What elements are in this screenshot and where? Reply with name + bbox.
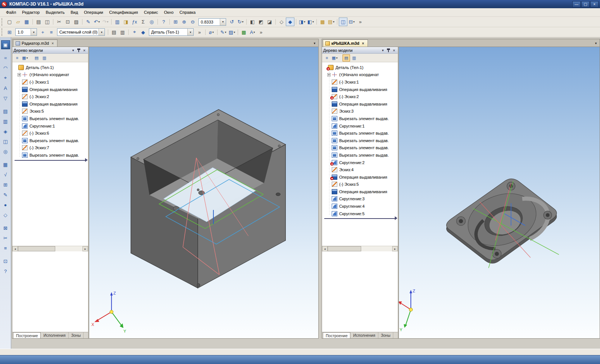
scroll-left-icon[interactable] [12, 246, 18, 251]
maximize-button[interactable]: ▢ [581, 1, 590, 7]
filters-button[interactable]: ▽ [1, 94, 10, 103]
3d-scene-cover[interactable]: Z X Y [399, 47, 600, 338]
scroll-left-icon[interactable] [322, 246, 328, 251]
tree-item[interactable]: (-) Эскиз:6 [14, 129, 88, 137]
combo-dropdown-icon[interactable] [187, 29, 193, 35]
display-shaded-button[interactable]: ◆ [286, 18, 294, 26]
close-button[interactable]: × [590, 1, 599, 7]
combo-dropdown-icon[interactable] [31, 29, 37, 35]
tree-filter-button[interactable]: ▦ [331, 54, 338, 62]
grid-button[interactable]: ⊞ [5, 28, 14, 37]
tree-item[interactable]: (-) Эскиз:2 [324, 93, 398, 100]
display-wireframe-button[interactable]: ◇ [277, 18, 286, 26]
doc-tab-cover[interactable]: кРЫШКА.m3d [323, 40, 368, 47]
toolbar-options-button[interactable]: » [356, 18, 365, 26]
tree-expander[interactable] [327, 73, 331, 76]
lock-button[interactable]: ⊠ [1, 223, 10, 232]
hatch-button[interactable]: ▨ [228, 28, 236, 37]
orientation-top-button[interactable]: ◪ [265, 18, 274, 26]
model-info-button[interactable]: ▤ [343, 54, 350, 62]
zoom-out-button[interactable]: ⊖ [188, 18, 197, 26]
mass-properties-button[interactable]: ⊟ [347, 18, 356, 26]
part-combo[interactable]: Деталь (Тел-1) [149, 28, 194, 36]
macro-button[interactable]: ≡ [1, 244, 10, 252]
scroll-thumb[interactable] [328, 246, 361, 251]
tree-item[interactable]: Скругление:1 [324, 122, 398, 130]
tree-filter-button[interactable]: ▦ [21, 54, 29, 62]
menu-item[interactable]: Операции [81, 9, 106, 16]
local-cs-button[interactable]: ⌖ [130, 28, 139, 37]
menu-item[interactable]: Сервис [141, 9, 161, 16]
functions-button[interactable]: ƒx [130, 18, 139, 26]
tree-item[interactable]: Операция выдавливания [324, 188, 398, 195]
scroll-track[interactable] [18, 246, 82, 251]
model-info-button[interactable]: ▤ [33, 54, 40, 62]
copy-button[interactable]: ⊡ [63, 18, 72, 26]
menu-item[interactable]: Справка [176, 9, 199, 16]
tree-item[interactable]: (-) Эскиз:1 [324, 78, 398, 86]
zoom-combo[interactable]: 0.8333 [199, 18, 226, 26]
tab-close-icon[interactable] [50, 41, 55, 46]
panel-tab[interactable]: Зоны [69, 332, 84, 338]
toolbar-grip[interactable] [1, 18, 4, 26]
panel-close-button[interactable] [391, 48, 397, 53]
tree-item[interactable]: Скругление:4 [324, 203, 398, 210]
refresh-view-button[interactable]: ↺ [228, 18, 236, 26]
spatial-curves-button[interactable]: ≈ [1, 53, 10, 62]
menu-item[interactable]: Окно [161, 9, 176, 16]
tree-item[interactable]: (т)Начало координат [14, 71, 88, 79]
combo-dropdown-icon[interactable] [99, 29, 104, 35]
open-document-button[interactable]: ▱ [14, 18, 22, 26]
find-button[interactable]: ◎ [147, 18, 156, 26]
context-help-button[interactable]: ? [159, 18, 168, 26]
tree-item[interactable]: Деталь (Тел-1) [324, 64, 398, 71]
typical-models-button[interactable]: ◨ [122, 18, 130, 26]
viewport-cover[interactable]: Z X Y [399, 47, 600, 338]
minimize-button[interactable]: — [572, 1, 581, 7]
verify-button[interactable]: √ [1, 170, 10, 179]
scissors-button[interactable]: ✂ [1, 233, 10, 242]
menu-item[interactable]: Редактор [19, 9, 43, 16]
tree-item[interactable]: Скругление:1 [14, 122, 88, 130]
tree-item[interactable]: (-) Эскиз:1 [14, 78, 88, 86]
tree-item[interactable]: Вырезать элемент выдав. [324, 144, 398, 152]
circle-button[interactable]: ● [1, 200, 10, 209]
tree-item[interactable]: Скругление:5 [324, 210, 398, 217]
variables-button[interactable]: Σ [139, 18, 147, 26]
rollback-bar[interactable] [324, 218, 396, 221]
panel-menu-button[interactable] [71, 48, 76, 53]
library-manager-button[interactable]: ▥ [113, 18, 122, 26]
window-list-button[interactable] [593, 41, 599, 46]
panel-close-button[interactable] [82, 48, 87, 53]
sheet-metal-button[interactable]: ◫ [1, 137, 10, 146]
tree-structure-button[interactable]: ≡ [323, 54, 331, 62]
settings-button[interactable]: ⊡ [1, 257, 10, 266]
layer-combo[interactable]: Системный слой (0) [57, 28, 105, 36]
zoom-window-button[interactable]: ⊞ [171, 18, 180, 26]
layers-button[interactable]: ≡ [47, 28, 56, 37]
viewport-radiator[interactable]: Z X Y [89, 47, 318, 338]
extra-window-button[interactable]: ▥ [350, 54, 358, 62]
auxiliary-geometry-button[interactable]: ⌖ [1, 73, 10, 82]
cut-button[interactable]: ✂ [55, 18, 63, 26]
tree-item[interactable]: Эскиз:5 [14, 108, 88, 115]
panel-pin-button[interactable] [76, 48, 81, 53]
scroll-right-icon[interactable] [392, 246, 398, 251]
panel-menu-button[interactable] [380, 48, 385, 53]
tree-item[interactable]: Вырезать элемент выдав. [324, 137, 398, 144]
design-elements-button[interactable]: ◈ [1, 127, 10, 136]
arrays-button[interactable]: ▦ [1, 160, 10, 169]
conditional-images-button[interactable]: ◎ [1, 147, 10, 156]
rollback-bar[interactable] [15, 160, 87, 163]
orientation-iso-button[interactable]: ◩ [257, 18, 265, 26]
rotate-view-button[interactable]: ↻ [236, 18, 245, 26]
extra-window-button[interactable]: ▥ [41, 54, 48, 62]
3d-scene-radiator[interactable]: Z X Y [89, 47, 318, 338]
polygon-button[interactable]: ◇ [1, 210, 10, 219]
doc-tab-radiator[interactable]: Радиатор.m3d [13, 40, 57, 47]
copy-properties-button[interactable]: ✎ [84, 18, 93, 26]
tree-item[interactable]: Вырезать элемент выдав. [14, 151, 88, 159]
scroll-track[interactable] [328, 246, 392, 251]
section-view-button[interactable]: ▩ [318, 18, 327, 26]
specification-button[interactable]: ▤ [1, 107, 10, 116]
